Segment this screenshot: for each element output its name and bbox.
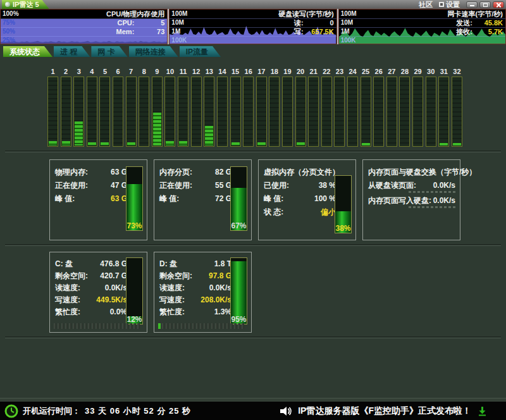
announcement-link[interactable]: IP雷达服务器版《F监控助手》正式发布啦！ [298,405,471,417]
cpu-core-bar: 12 [191,67,202,147]
memory-paging-panel: 内存分页:82 G 正在使用:55 G 峰 值:72 G 67% [154,159,252,240]
cpu-core-bar: 10 [164,67,175,147]
cpu-core-bar: 11 [178,67,188,147]
cpu-core-bar: 27 [386,67,397,147]
disk-c-panel: C: 盘476.8 G 剩余空间:420.7 G 读速度:0.0K/s 写速度:… [49,252,147,333]
graph-title: CPU/物理内存使用 [106,10,164,18]
tab-ip-traffic[interactable]: IP流量 [180,46,221,57]
app-title-tab: IP雷达 5 [2,0,49,9]
memory-disk-swap-panel: 内存页面与硬盘交换（字节/秒） 从硬盘读页面:0.0K/s 内存页面写入硬盘:0… [362,159,460,240]
cpu-readout: CPU:5 [117,19,164,27]
disk-c-busy-meter [54,323,143,329]
scale-label: 50% [3,28,15,35]
disk-c-space-meter: 12% [126,257,143,324]
app-logo-icon [5,2,10,7]
cpu-core-bar: 32 [452,67,462,147]
settings-icon [439,2,444,7]
scale-label: 1M [341,28,350,35]
cpu-core-bar: 17 [256,67,267,147]
settings-link[interactable]: 设置 [439,0,460,9]
tab-bar: 系统状态进 程网 卡网络连接IP流量 [0,46,506,57]
download-icon[interactable] [478,406,487,416]
uptime-label: 开机运行时间： [23,405,80,417]
cpu-core-bar: 29 [412,67,423,147]
disk-read-readout: 读:0 [294,19,334,27]
cpu-core-bar: 20 [295,67,306,147]
tab-processes[interactable]: 进 程 [54,46,90,57]
section-divider [5,151,501,152]
cpu-core-bar: 26 [373,67,384,147]
disk-d-busy-meter [158,323,247,329]
scale-label: 10M [341,19,353,27]
status-bar: 开机运行时间： 33 天 06 小时 52 分 25 秒 IP雷达服务器版《F监… [0,402,506,420]
section-divider [5,337,501,338]
cpu-core-bar: 3 [73,67,84,147]
scale-label: 100% [3,10,19,18]
scale-label: 100M [171,10,187,18]
cpu-core-bar: 25 [361,67,371,147]
cpu-core-bar: 23 [334,67,345,147]
cpu-core-bar: 15 [230,67,241,147]
cpu-core-bar: 19 [282,67,293,147]
paging-usage-meter: 67% [230,166,247,231]
net-recv-readout: 接收:5.7K [456,28,503,35]
title-bar: IP雷达 5 社区 设置 [0,0,506,9]
physical-memory-panel: 物理内存:63 G 正在使用:47 G 峰 值:63 G 73% [49,159,147,240]
maximize-button[interactable] [479,1,491,8]
close-button[interactable] [493,1,504,8]
cpu-core-bar: 30 [426,67,436,147]
cpu-core-bar: 4 [87,67,97,147]
system-status-page: 1234567891011121314151617181920212223242… [0,57,506,398]
disk-d-space-meter: 95% [230,257,247,324]
scale-label: 10M [171,19,183,27]
disk-write-readout: 写:657.5K [294,28,334,35]
maximize-icon [483,3,488,7]
cpu-core-bar: 16 [243,67,254,147]
app-title: IP雷达 5 [13,0,39,9]
cpu-core-bar: 31 [438,67,449,147]
cpu-core-bar: 5 [99,67,110,147]
net-send-readout: 发送:45.8K [456,19,503,27]
virtual-memory-panel: 虚拟内存（分页文件） 已使用:38 % 峰 值:100 % 状 态:偏小 38% [258,159,356,240]
scale-label: 100K [341,37,356,44]
cpu-core-bar: 24 [347,67,358,147]
cpu-core-bar: 1 [47,67,58,147]
uptime-clock-icon [4,404,18,418]
section-divider [5,244,501,246]
graph-title: 网卡速率(字节/秒) [448,10,503,18]
community-link[interactable]: 社区 [419,0,433,9]
cpu-core-bar: 18 [269,67,280,147]
cpu-core-bar: 6 [113,67,123,147]
uptime-value: 33 天 06 小时 52 分 25 秒 [85,405,191,417]
scale-label: 75% [3,19,15,27]
cpu-core-bar: 9 [152,67,163,147]
graph-title: 硬盘读写(字节/秒) [278,10,333,18]
tab-system-status[interactable]: 系统状态 [3,46,52,57]
speaker-icon[interactable] [279,405,292,417]
minimize-icon [470,5,474,6]
scale-label: 1M [171,28,180,35]
cpu-core-bar: 7 [126,67,137,147]
scale-label: 100M [341,10,357,18]
cpu-core-bar: 22 [321,67,332,147]
memory-usage-meter: 73% [126,166,143,231]
scale-label: 25% [3,37,15,44]
scale-label: 100K [171,37,187,44]
minimize-button[interactable] [466,1,478,8]
network-rate-graph: 100M 10M 1M 100K 网卡速率(字节/秒) 发送:45.8K 接收:… [338,9,506,44]
tab-network-card[interactable]: 网 卡 [91,46,127,57]
mem-readout: Mem:73 [116,28,165,35]
disk-d-panel: D: 盘1.8 T 剩余空间:97.8 G 读速度:0.0K/s 写速度:208… [154,252,252,333]
tab-network-connections[interactable]: 网络连接 [129,46,178,57]
cpu-memory-graph: 100% 75% 50% 25% CPU/物理内存使用 CPU:5 Mem:73 [0,9,168,44]
cpu-core-bar: 14 [217,67,228,147]
panel-title: 内存页面与硬盘交换（字节/秒） [368,166,455,179]
cpu-core-bar: 2 [61,67,71,147]
panel-title: 虚拟内存（分页文件） [264,166,336,179]
cpu-core-bar: 28 [399,67,410,147]
cpu-core-bar: 21 [308,67,319,147]
disk-io-graph: 100M 10M 1M 100K 硬盘读写(字节/秒) 读:0 写:657.5K [169,9,336,44]
cpu-cores: 1234567891011121314151617181920212223242… [47,67,462,147]
cpu-core-bar: 8 [139,67,149,147]
app-window: IP雷达 5 社区 设置 100% 75% 50% 25% CPU/物理内存使用 [0,0,506,420]
